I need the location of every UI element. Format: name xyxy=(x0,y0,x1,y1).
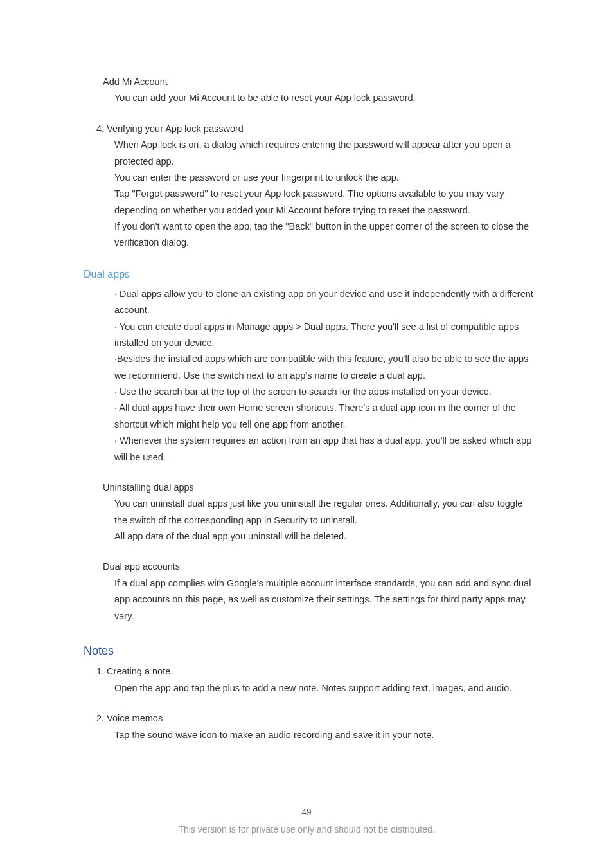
page-footer: 49 This version is for private use only … xyxy=(0,804,613,837)
bullet-text: · Whenever the system requires an action… xyxy=(114,433,536,466)
body-text: Tap "Forgot password" to reset your App … xyxy=(114,186,536,219)
body-text: You can uninstall dual apps just like yo… xyxy=(114,496,536,529)
bullet-text: · Dual apps allow you to clone an existi… xyxy=(114,286,536,319)
body-text: When App lock is on, a dialog which requ… xyxy=(114,137,536,170)
subsection-voice-memos-title: 2. Voice memos xyxy=(96,710,536,727)
subsection-verify-title: 4. Verifying your App lock password xyxy=(96,121,536,137)
body-text: All app data of the dual app you uninsta… xyxy=(114,529,536,545)
page-number: 49 xyxy=(0,804,613,820)
subsection-add-mi-account-title: Add Mi Account xyxy=(103,74,536,90)
bullet-text: · You can create dual apps in Manage app… xyxy=(114,319,536,352)
bullet-text: · All dual apps have their own Home scre… xyxy=(114,400,536,433)
subsection-creating-note-title: 1. Creating a note xyxy=(96,664,536,680)
body-text: If you don't want to open the app, tap t… xyxy=(114,219,536,251)
footer-disclaimer: This version is for private use only and… xyxy=(178,824,434,835)
body-text: You can enter the password or use your f… xyxy=(114,170,536,186)
body-text: Open the app and tap the plus to add a n… xyxy=(114,680,536,696)
heading-notes: Notes xyxy=(84,641,536,662)
bullet-text: · Use the search bar at the top of the s… xyxy=(114,384,536,400)
body-text: Tap the sound wave icon to make an audio… xyxy=(114,727,536,743)
bullet-text: ·Besides the installed apps which are co… xyxy=(114,351,536,384)
body-text: If a dual app complies with Google's mul… xyxy=(114,575,536,624)
heading-dual-apps: Dual apps xyxy=(84,266,536,284)
subsection-dual-accounts-title: Dual app accounts xyxy=(103,559,536,575)
body-text: You can add your Mi Account to be able t… xyxy=(114,90,536,106)
subsection-uninstall-title: Uninstalling dual apps xyxy=(103,480,536,496)
